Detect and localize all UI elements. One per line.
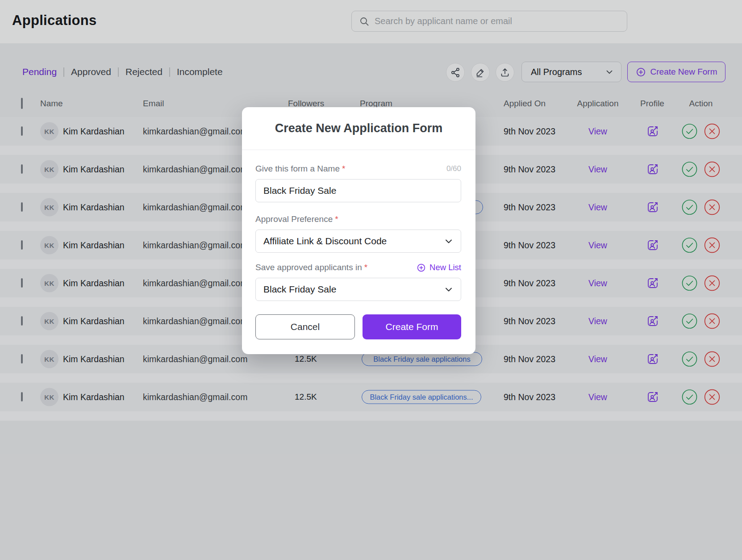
create-form-submit-button[interactable]: Create Form xyxy=(363,314,461,339)
required-asterisk: * xyxy=(342,164,345,173)
form-name-input[interactable] xyxy=(255,179,461,202)
approval-preference-select[interactable]: Affiliate Link & Discount Code xyxy=(255,230,461,253)
new-list-label: New List xyxy=(429,263,461,272)
cancel-button[interactable]: Cancel xyxy=(255,314,355,339)
form-name-label: Give this form a Name* xyxy=(255,164,345,174)
save-list-label: Save approved applicants in* xyxy=(255,263,367,272)
create-application-form-modal: Create New Application Form Give this fo… xyxy=(242,107,475,354)
approval-preference-value: Affiliate Link & Discount Code xyxy=(263,236,387,247)
save-list-value: Black Friday Sale xyxy=(263,284,336,295)
approval-preference-label: Approval Preference* xyxy=(255,214,338,224)
chevron-down-icon xyxy=(443,236,454,247)
required-asterisk: * xyxy=(364,263,367,272)
save-list-select[interactable]: Black Friday Sale xyxy=(255,278,461,301)
char-counter: 0/60 xyxy=(446,164,461,173)
new-list-button[interactable]: New List xyxy=(417,263,461,272)
plus-circle-icon xyxy=(417,263,426,272)
required-asterisk: * xyxy=(335,214,338,224)
chevron-down-icon xyxy=(443,284,454,295)
modal-title: Create New Application Form xyxy=(242,107,475,150)
